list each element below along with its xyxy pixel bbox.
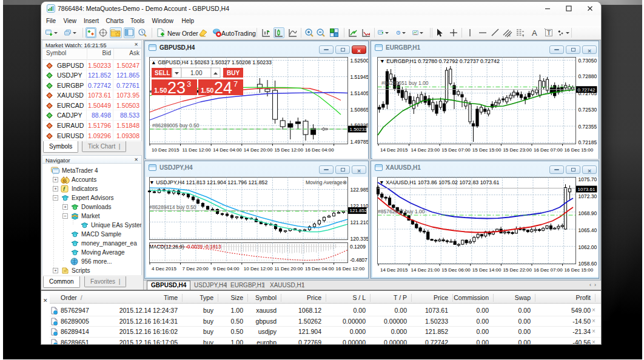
svg-text:24: 24	[214, 79, 232, 97]
svg-text:15 Dec 04:00: 15 Dec 04:00	[305, 266, 334, 272]
svg-text:▼ XAUUSD,H1 1073.86 1075.02 1: ▼ XAUUSD,H1 1073.86 1075.02 1072.83 1073…	[379, 179, 500, 185]
svg-text:14 Dec 20:00: 14 Dec 20:00	[244, 147, 273, 153]
svg-text:1075.70: 1075.70	[579, 177, 597, 182]
svg-text:16 Dec 15:00: 16 Dec 15:00	[565, 147, 594, 153]
svg-text:1.51405: 1.51405	[351, 90, 369, 96]
svg-text:16 Dec 04:00: 16 Dec 04:00	[305, 147, 334, 153]
svg-text:MACD(12,26,9) -0.0039 -0.1813: MACD(12,26,9) -0.0039 -0.1813	[149, 244, 221, 250]
svg-text:15 Dec 12:00: 15 Dec 12:00	[274, 147, 303, 153]
svg-text:3: 3	[187, 79, 191, 88]
svg-text:1072.30: 1072.30	[579, 193, 597, 199]
svg-text:1.50: 1.50	[154, 87, 167, 94]
svg-text:15 Dec 07:00: 15 Dec 07:00	[441, 147, 471, 153]
svg-text:7 Dec 20:00: 7 Dec 20:00	[183, 266, 209, 272]
svg-text:▼ EURGBP,H1 0.72780 0.72792 0: ▼ EURGBP,H1 0.72780 0.72792 0.72737 0.72…	[380, 58, 500, 64]
svg-text:121.852: 121.852	[350, 208, 367, 213]
svg-text:7: 7	[233, 79, 238, 88]
svg-text:1.49785: 1.49785	[351, 139, 369, 145]
svg-text:14 Dec 2015: 14 Dec 2015	[380, 267, 408, 273]
svg-text:0.1209: 0.1209	[350, 244, 366, 250]
svg-text:▼ USDJPY,H4 121.813 121.904 1: ▼ USDJPY,H4 121.813 121.904 121.796 121.…	[149, 179, 267, 185]
svg-text:#86289414 buy 0.50: #86289414 buy 0.50	[149, 204, 196, 210]
svg-text:1.50233: 1.50233	[350, 127, 367, 132]
svg-text:0.72185: 0.72185	[579, 139, 597, 145]
svg-text:f: f	[523, 34, 524, 38]
svg-text:14 Dec 04:00: 14 Dec 04:00	[213, 147, 242, 153]
svg-text:1062.00: 1062.00	[579, 244, 597, 250]
svg-text:15 Dec 23:00: 15 Dec 23:00	[503, 147, 532, 153]
svg-text:Moving Average⊗: Moving Average⊗	[306, 179, 347, 185]
svg-text:15 Dec 15:00: 15 Dec 15:00	[472, 147, 501, 153]
svg-text:#86289651 buy 1.00: #86289651 buy 1.00	[381, 80, 429, 86]
svg-text:A: A	[532, 28, 537, 38]
svg-text:1058.60: 1058.60	[579, 261, 597, 267]
svg-text:T: T	[547, 29, 551, 36]
svg-text:16 Dec 15:00: 16 Dec 15:00	[565, 267, 594, 273]
svg-text:121.210: 121.210	[351, 219, 369, 225]
svg-text:9 Dec 04:00: 9 Dec 04:00	[213, 266, 240, 272]
svg-text:122.985: 122.985	[351, 187, 369, 193]
svg-text:0.73050: 0.73050	[579, 58, 597, 64]
svg-text:c: c	[509, 33, 511, 37]
svg-text:0.72355: 0.72355	[579, 124, 597, 130]
svg-text:0.72530: 0.72530	[579, 107, 597, 113]
svg-text:11 Dec 12:00: 11 Dec 12:00	[183, 147, 212, 153]
svg-text:15 Dec 22:00: 15 Dec 22:00	[503, 267, 532, 273]
svg-text:#86289005 buy 0.50: #86289005 buy 0.50	[152, 122, 200, 128]
svg-text:1.00: 1.00	[190, 70, 203, 76]
svg-text:1.51945: 1.51945	[351, 74, 369, 80]
svg-text:1068.90: 1068.90	[579, 210, 597, 216]
svg-text:15 Dec 14:00: 15 Dec 14:00	[472, 267, 501, 273]
svg-text:120.335: 120.335	[351, 236, 369, 242]
svg-text:14 Dec 21:00: 14 Dec 21:00	[411, 267, 440, 273]
svg-text:23: 23	[167, 79, 186, 97]
svg-text:1073.61: 1073.61	[578, 187, 595, 192]
svg-text:14 Dec 23:00: 14 Dec 23:00	[411, 147, 440, 153]
svg-text:15 Dec 06:00: 15 Dec 06:00	[441, 267, 471, 273]
svg-text:16 Dec 12:00: 16 Dec 12:00	[336, 266, 365, 272]
svg-text:$$: $$	[62, 178, 67, 183]
svg-text:11 Dec 20:00: 11 Dec 20:00	[274, 266, 303, 272]
svg-text:4 Dec 2015: 4 Dec 2015	[152, 266, 176, 272]
svg-text:0.72742: 0.72742	[578, 87, 595, 93]
svg-text:1.50: 1.50	[201, 87, 213, 94]
svg-text:10 Dec 12:00: 10 Dec 12:00	[244, 266, 273, 272]
svg-text:#85762947 buy 1.00: #85762947 buy 1.00	[378, 208, 425, 215]
svg-text:1.52500: 1.52500	[351, 58, 369, 64]
svg-text:BUY: BUY	[227, 70, 240, 76]
svg-text:-0.4807: -0.4807	[350, 257, 367, 263]
svg-text:14 Dec 2015: 14 Dec 2015	[380, 147, 408, 153]
svg-text:16 Dec 07:00: 16 Dec 07:00	[534, 147, 563, 153]
svg-text:10 Dec 2015: 10 Dec 2015	[152, 147, 179, 153]
svg-text:16 Dec 07:00: 16 Dec 07:00	[534, 267, 563, 273]
svg-text:0.72880: 0.72880	[579, 73, 597, 79]
svg-text:1.50865: 1.50865	[351, 107, 369, 113]
svg-text:1065.40: 1065.40	[579, 227, 597, 233]
svg-text:SELL: SELL	[155, 70, 170, 76]
svg-text:▲ GBPUSD,H4 1.50263 1.50327 1: ▲ GBPUSD,H4 1.50263 1.50327 1.50208 1.50…	[151, 59, 272, 65]
